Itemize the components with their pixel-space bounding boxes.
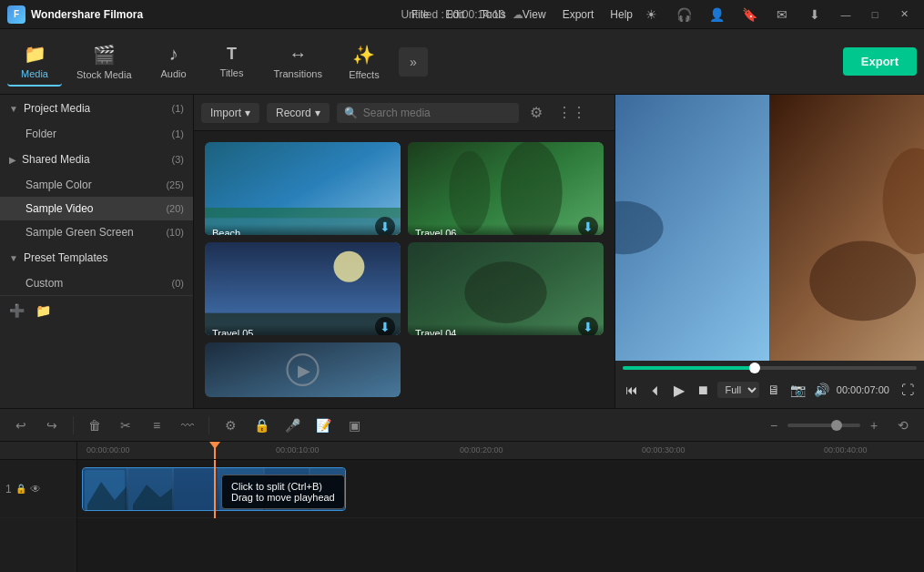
media-item-travel04[interactable]: Travel 04 ⬇ bbox=[408, 242, 604, 335]
preview-video bbox=[615, 95, 924, 361]
toolbar-titles[interactable]: T Titles bbox=[205, 39, 259, 84]
sample-video-count: (20) bbox=[166, 203, 184, 214]
maximize-button[interactable]: □ bbox=[862, 5, 888, 24]
bookmark-icon[interactable]: 🔖 bbox=[738, 4, 760, 26]
window-controls: — □ ✕ bbox=[833, 5, 917, 24]
sun-icon[interactable]: ☀ bbox=[640, 4, 662, 26]
svg-rect-23 bbox=[174, 468, 218, 510]
svg-point-5 bbox=[449, 151, 490, 234]
mail-icon[interactable]: ✉ bbox=[771, 4, 793, 26]
headphone-icon[interactable]: 🎧 bbox=[673, 4, 695, 26]
toolbar-stock-media[interactable]: 🎬 Stock Media bbox=[66, 38, 143, 86]
sidebar-item-sample-color[interactable]: Sample Color (25) bbox=[0, 173, 193, 197]
minimize-button[interactable]: — bbox=[833, 5, 858, 24]
search-box[interactable]: 🔍 bbox=[337, 103, 519, 123]
waveform-button[interactable]: 〰 bbox=[176, 414, 199, 437]
preview-progress-bar[interactable] bbox=[623, 366, 917, 370]
voiceover-button[interactable]: 📝 bbox=[311, 414, 335, 437]
mic-button[interactable]: 🎤 bbox=[280, 414, 304, 437]
fit-button[interactable]: ⟲ bbox=[891, 414, 915, 437]
add-folder-icon[interactable]: ➕ bbox=[9, 303, 25, 318]
redo-button[interactable]: ↪ bbox=[40, 414, 64, 437]
zoom-in-button[interactable]: + bbox=[864, 415, 884, 435]
sidebar-section-project-media: ▼ Project Media (1) Folder (1) bbox=[0, 95, 193, 146]
travel06-add-btn[interactable]: ⬇ bbox=[578, 217, 598, 235]
toolbar-effects[interactable]: ✨ Effects bbox=[337, 38, 391, 86]
cut-button[interactable]: ✂ bbox=[114, 414, 137, 437]
fullscreen-select[interactable]: Full bbox=[717, 382, 759, 398]
record-button[interactable]: Record ▾ bbox=[267, 103, 330, 123]
beach-add-btn[interactable]: ⬇ bbox=[375, 217, 395, 235]
undo-button[interactable]: ↩ bbox=[9, 414, 33, 437]
media-item-partial[interactable]: ▶ bbox=[205, 342, 401, 397]
snap-button[interactable]: ⚙ bbox=[218, 414, 242, 437]
custom-label: Custom bbox=[25, 277, 63, 290]
titles-label: Titles bbox=[220, 67, 244, 78]
delete-button[interactable]: 🗑 bbox=[83, 414, 107, 437]
timeline-toolbar: ↩ ↪ 🗑 ✂ ≡ 〰 ⚙ 🔒 🎤 📝 ▣ − + ⟲ bbox=[0, 409, 924, 442]
sidebar-section-shared-media-header[interactable]: ▶ Shared Media (3) bbox=[0, 146, 193, 173]
pip-button[interactable]: ▣ bbox=[342, 414, 366, 437]
settings-button[interactable]: ≡ bbox=[145, 414, 168, 437]
stock-media-icon: 🎬 bbox=[93, 44, 116, 66]
export-button[interactable]: Export bbox=[843, 47, 917, 76]
lock-button[interactable]: 🔒 bbox=[249, 414, 273, 437]
tooltip-line1: Click to split (Ctrl+B) bbox=[231, 481, 335, 492]
stop-button[interactable]: ⏹ bbox=[694, 377, 712, 403]
import-button[interactable]: Import ▾ bbox=[201, 103, 259, 123]
toolbar-audio[interactable]: ♪ Audio bbox=[147, 38, 201, 85]
svg-point-10 bbox=[464, 261, 547, 323]
track-lock-icon[interactable]: 🔒 bbox=[15, 484, 26, 494]
sidebar-item-sample-video[interactable]: Sample Video (20) bbox=[0, 197, 193, 220]
screenshot-icon[interactable]: 📷 bbox=[789, 377, 807, 403]
play-button[interactable]: ▶ bbox=[670, 377, 688, 403]
record-dropdown-icon: ▾ bbox=[315, 107, 320, 119]
tooltip-line2: Drag to move playhead bbox=[231, 492, 335, 503]
folder-icon[interactable]: 📁 bbox=[36, 303, 51, 318]
menu-export[interactable]: Export bbox=[555, 6, 602, 23]
media-label: Media bbox=[21, 68, 48, 79]
travel04-add-btn[interactable]: ⬇ bbox=[578, 317, 598, 335]
sidebar-item-folder[interactable]: Folder (1) bbox=[0, 122, 193, 146]
svg-point-4 bbox=[501, 142, 563, 235]
step-back-button[interactable]: ⏴ bbox=[646, 377, 665, 403]
travel05-add-btn[interactable]: ⬇ bbox=[375, 317, 395, 335]
shared-media-arrow: ▶ bbox=[9, 155, 16, 165]
close-button[interactable]: ✕ bbox=[891, 5, 917, 24]
titlebar: F Wondershare Filmora File Edit Tools Vi… bbox=[0, 0, 924, 29]
zoom-track[interactable] bbox=[787, 424, 860, 427]
preview-panel: ⏮ ⏴ ▶ ⏹ Full 🖥 📷 🔊 00:00:07:00 ⛶ bbox=[614, 95, 924, 408]
travel05-label: Travel 05 bbox=[205, 324, 401, 335]
sidebar-item-sample-green[interactable]: Sample Green Screen (10) bbox=[0, 220, 193, 244]
media-item-beach[interactable]: Beach ⬇ bbox=[205, 142, 401, 235]
sample-video-label: Sample Video bbox=[25, 202, 94, 215]
toolbar-transitions[interactable]: ↔ Transitions bbox=[263, 38, 333, 85]
media-grid: Beach ⬇ Travel 06 ⬇ bbox=[194, 131, 614, 408]
ruler-mark-1: 00:00:10:00 bbox=[276, 445, 320, 455]
sidebar-item-custom[interactable]: Custom (0) bbox=[0, 271, 193, 295]
toolbar-more-button[interactable]: » bbox=[399, 47, 428, 77]
menu-help[interactable]: Help bbox=[603, 6, 640, 23]
zoom-out-button[interactable]: − bbox=[764, 415, 784, 435]
sidebar-section-project-media-header[interactable]: ▼ Project Media (1) bbox=[0, 95, 193, 122]
download-icon[interactable]: ⬇ bbox=[804, 4, 826, 26]
media-item-travel05[interactable]: Travel 05 ⬇ bbox=[205, 242, 401, 335]
toolbar-divider-1 bbox=[73, 416, 74, 434]
search-input[interactable] bbox=[363, 107, 512, 119]
beach-label: Beach bbox=[205, 224, 401, 235]
folder-label: Folder bbox=[25, 128, 56, 140]
toolbar-media[interactable]: 📁 Media bbox=[7, 37, 62, 87]
skip-back-button[interactable]: ⏮ bbox=[623, 377, 641, 403]
track-eye-icon[interactable]: 👁 bbox=[30, 483, 41, 495]
media-item-travel06[interactable]: Travel 06 ⬇ bbox=[408, 142, 604, 235]
monitor-icon[interactable]: 🖥 bbox=[765, 377, 783, 403]
expand-icon[interactable]: ⛶ bbox=[899, 377, 917, 403]
person-icon[interactable]: 👤 bbox=[706, 4, 727, 26]
transitions-icon: ↔ bbox=[289, 44, 307, 65]
sample-color-label: Sample Color bbox=[25, 179, 92, 191]
timeline-playhead[interactable]: Click to split (Ctrl+B) Drag to move pla… bbox=[214, 460, 216, 518]
volume-icon[interactable]: 🔊 bbox=[813, 377, 831, 403]
filter-icon[interactable]: ⚙ bbox=[526, 100, 546, 125]
grid-icon[interactable]: ⋮⋮ bbox=[553, 100, 590, 125]
sidebar-section-preset-templates-header[interactable]: ▼ Preset Templates bbox=[0, 244, 193, 271]
